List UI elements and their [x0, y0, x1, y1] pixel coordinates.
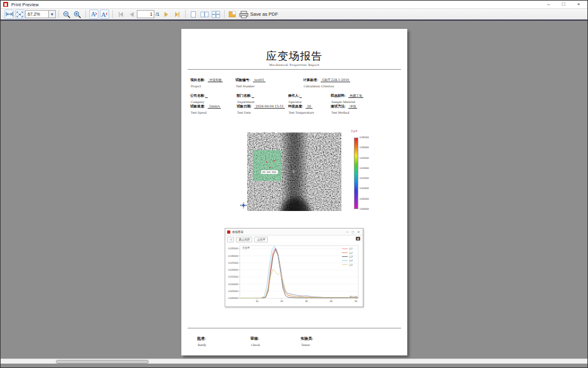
- field-label: 样品材料:: [331, 94, 346, 97]
- chart-window-title: 曲线图表: [232, 230, 243, 234]
- field-value: [205, 94, 208, 98]
- two-page-layout-button[interactable]: [200, 9, 210, 19]
- single-page-layout-icon: [190, 11, 197, 18]
- field-test-speed: 试验速度: 2mm/s Test Speed: [190, 99, 221, 114]
- svg-text:点5: 点5: [349, 263, 353, 266]
- field-value: [299, 94, 302, 98]
- signature-sublabel: Tester: [301, 344, 313, 347]
- single-page-layout-button[interactable]: [189, 9, 198, 19]
- page-number-input[interactable]: [137, 10, 154, 18]
- chart-toolbar: ◁ 两点间距 点应变: [225, 235, 363, 244]
- roi-marker: [266, 161, 267, 163]
- svg-text:0.000000: 0.000000: [228, 297, 238, 300]
- report-page: 应变场报告 Mechanical Properties Report 项目名称:…: [181, 29, 407, 355]
- field-value: 26: [306, 104, 312, 109]
- chart-export-icon: [356, 237, 360, 241]
- field-test-temperature: 环境温度: 26 Test Temperature: [288, 99, 314, 114]
- field-label: 计算标准:: [303, 78, 318, 82]
- window-title: Print Preview: [11, 3, 39, 7]
- report-title: 应变场报告: [181, 49, 407, 63]
- print-preview-window: Print Preview – □ × 67.2% ▼ A A: [0, 0, 588, 368]
- header-divider: [188, 69, 401, 70]
- field-label: 项目名称:: [190, 78, 205, 82]
- title-bar: Print Preview – □ ×: [1, 1, 587, 8]
- svg-text:50: 50: [355, 300, 357, 303]
- fit-width-button[interactable]: [4, 9, 14, 19]
- zoom-in-button[interactable]: [73, 9, 82, 19]
- first-page-icon: [117, 11, 124, 18]
- colorbar-tick: 0.000000: [360, 208, 369, 210]
- fit-width-icon: [6, 11, 13, 17]
- roi-label: [261, 170, 278, 174]
- zoom-dropdown-button[interactable]: ▼: [49, 10, 56, 18]
- toolbar: 67.2% ▼ A A /1: [1, 8, 587, 19]
- field-value: 2024-09-04 15:51: [254, 104, 285, 109]
- field-project: 项目名称: 冲顶实验 Project: [190, 72, 223, 88]
- svg-text:30: 30: [305, 300, 307, 303]
- colorbar-title: 主应变: [351, 130, 358, 133]
- first-page-button[interactable]: [116, 9, 126, 19]
- chart-back-button: ◁: [227, 237, 234, 242]
- svg-text:0.020000: 0.020000: [228, 269, 238, 271]
- chart-window-image: 曲线图表 — ▢ ✕ ◁ 两点间距 点应变 0.0350000.0300000.…: [225, 228, 363, 307]
- strain-map-figure: 主应变 0.035000 0.030000 0.025000 0.020000 …: [247, 133, 366, 211]
- horizontal-scrollbar[interactable]: [1, 359, 587, 364]
- printer-icon: [239, 11, 249, 18]
- chart-close-icon: ✕: [356, 230, 361, 234]
- colorbar-tick: 0.035000: [360, 136, 369, 139]
- roi-overlay: [253, 150, 281, 181]
- field-value: 热膜工装: [348, 94, 363, 98]
- field-value: 冲顶实验: [208, 78, 223, 82]
- save-as-pdf-button[interactable]: Save as PDF: [239, 11, 278, 18]
- field-label: 部门名称:: [237, 94, 252, 97]
- field-value: [252, 94, 254, 98]
- zoom-level-input[interactable]: 67.2%: [25, 10, 49, 18]
- field-sublabel: Test Number: [236, 85, 265, 88]
- field-value: 2mm/s: [208, 104, 221, 109]
- signature-sublabel: Ratify: [198, 344, 206, 347]
- scrollbar-thumb[interactable]: [56, 360, 149, 364]
- speckle-image: [247, 133, 341, 211]
- field-label: 试验日期:: [237, 104, 252, 108]
- font-increase-icon: A: [101, 11, 108, 18]
- zoom-in-icon: [73, 11, 82, 18]
- last-page-button[interactable]: [173, 9, 182, 19]
- preview-area: 应变场报告 Mechanical Properties Report 项目名称:…: [1, 21, 587, 364]
- font-decrease-button[interactable]: A: [89, 9, 99, 19]
- zoom-out-button[interactable]: [62, 9, 72, 19]
- signature-label: 审核:: [250, 337, 259, 340]
- chart-maximize-icon: ▢: [350, 230, 356, 234]
- maximize-button[interactable]: □: [556, 1, 571, 8]
- field-value: 冲顶: [348, 104, 357, 109]
- footer-divider: [188, 328, 401, 328]
- font-increase-button[interactable]: A: [100, 9, 109, 19]
- fit-page-button[interactable]: [15, 9, 24, 19]
- multi-page-layout-icon: [211, 11, 220, 18]
- multi-page-layout-button[interactable]: [211, 9, 221, 19]
- next-page-button[interactable]: [162, 9, 171, 19]
- save-as-pdf-label: Save as PDF: [250, 11, 278, 17]
- font-decrease-icon: A: [90, 11, 97, 18]
- report-subtitle: Mechanical Properties Report: [181, 63, 407, 67]
- signature-sublabel: Check: [251, 344, 260, 347]
- field-sublabel: Test Date: [237, 111, 285, 114]
- field-sublabel: Calculation Criterion: [304, 85, 350, 88]
- field-label: 试验编号:: [235, 78, 250, 82]
- next-page-icon: [163, 11, 170, 18]
- svg-text:10: 10: [255, 300, 258, 303]
- chart-app-icon: [227, 230, 230, 234]
- signature-check: 审核: Check: [250, 331, 260, 347]
- svg-text:点1: 点1: [349, 247, 353, 250]
- field-sublabel: Test Speed: [191, 111, 221, 114]
- field-label: 测试方法:: [331, 104, 346, 108]
- prev-page-button[interactable]: [127, 9, 136, 19]
- minimize-button[interactable]: –: [541, 1, 556, 8]
- svg-text:A: A: [101, 11, 106, 18]
- two-page-layout-icon: [200, 11, 209, 18]
- open-file-button[interactable]: [228, 9, 237, 19]
- chart-title-bar: 曲线图表 — ▢ ✕: [225, 229, 363, 235]
- chart-tab-distance: 两点间距: [236, 237, 252, 242]
- prev-page-icon: [128, 11, 135, 18]
- field-label: 试验速度:: [190, 104, 205, 108]
- close-button[interactable]: ×: [571, 1, 586, 8]
